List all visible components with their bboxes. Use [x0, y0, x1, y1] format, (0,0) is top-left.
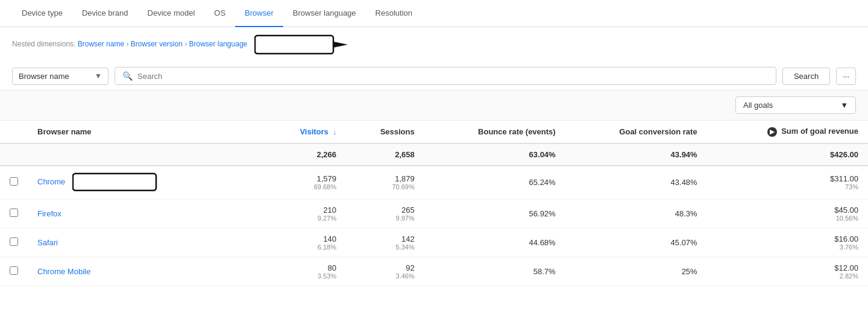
row-sum-goal-revenue-cell: $16.00 3.76% — [707, 228, 868, 257]
search-container: 🔍 — [115, 67, 776, 85]
tab-device-type[interactable]: Device type — [12, 0, 72, 27]
totals-sessions: 2,658 — [346, 143, 424, 166]
row-bounce-rate-cell: 58.7% — [424, 257, 565, 286]
dimension-select-label: Browser name — [19, 72, 69, 81]
goals-select[interactable]: All goals ▼ — [735, 96, 856, 114]
row-sessions-cell: 265 9.97% — [346, 199, 424, 228]
table-row: Chrome 1,579 69.68% 1,879 70.69% 65.24% — [0, 166, 868, 199]
row-checkbox[interactable] — [10, 266, 18, 275]
row-sessions-cell: 1,879 70.69% — [346, 166, 424, 199]
row-browser-name-cell: Firefox — [28, 199, 265, 228]
row-goal-conversion-cell: 48.3% — [565, 199, 707, 228]
row-browser-name-cell: Chrome — [28, 166, 265, 199]
tabs-bar: Device type Device brand Device model OS… — [0, 0, 868, 27]
tab-os[interactable]: OS — [204, 0, 235, 27]
table-row: Safari 140 6.18% 142 5.34% 44.68% 45.07%… — [0, 228, 868, 257]
svg-rect-2 — [73, 174, 156, 190]
data-table: Browser name Visitors ↓ Sessions Bounce … — [0, 121, 868, 286]
tab-device-brand[interactable]: Device brand — [72, 0, 138, 27]
browser-name-link[interactable]: Chrome Mobile — [37, 267, 90, 276]
th-checkbox — [0, 121, 28, 143]
row-bounce-rate-cell: 65.24% — [424, 166, 565, 199]
chrome-annotation-arrow — [72, 172, 181, 193]
sort-desc-icon: ↓ — [333, 128, 336, 136]
row-goal-conversion-cell: 45.07% — [565, 228, 707, 257]
row-sum-goal-revenue-cell: $311.00 73% — [707, 166, 868, 199]
tab-browser-language[interactable]: Browser language — [283, 0, 366, 27]
dimension-select[interactable]: Browser name ▼ — [12, 67, 108, 85]
th-sum-goal-revenue[interactable]: ▶ Sum of goal revenue — [707, 121, 868, 143]
breadcrumb-prefix: Nested dimensions: — [12, 40, 75, 48]
tab-browser[interactable]: Browser — [235, 0, 283, 27]
search-icon: 🔍 — [122, 71, 133, 81]
row-bounce-rate-cell: 56.92% — [424, 199, 565, 228]
breadcrumb-separator: › — [184, 40, 189, 48]
row-checkbox[interactable] — [10, 237, 18, 246]
row-bounce-rate-cell: 44.68% — [424, 228, 565, 257]
table-header-row: Browser name Visitors ↓ Sessions Bounce … — [0, 121, 868, 143]
th-bounce-rate[interactable]: Bounce rate (events) — [424, 121, 565, 143]
row-checkbox-cell — [0, 257, 28, 286]
svg-marker-1 — [333, 42, 348, 48]
svg-rect-0 — [255, 36, 333, 54]
annotation-arrow — [254, 33, 351, 56]
row-checkbox[interactable] — [10, 209, 18, 217]
row-browser-name-cell: Safari — [28, 228, 265, 257]
row-sum-goal-revenue-cell: $45.00 10.56% — [707, 199, 868, 228]
row-checkbox-cell — [0, 228, 28, 257]
goals-select-label: All goals — [743, 101, 773, 110]
totals-bounce-rate: 63.04% — [424, 143, 565, 166]
svg-marker-3 — [72, 180, 73, 186]
row-sessions-cell: 92 3.46% — [346, 257, 424, 286]
breadcrumb: Nested dimensions: Browser name › Browse… — [0, 27, 868, 62]
th-goal-conversion[interactable]: Goal conversion rate — [565, 121, 707, 143]
th-browser-name: Browser name — [28, 121, 265, 143]
browser-name-link[interactable]: Chrome — [37, 177, 65, 186]
row-visitors-cell: 140 6.18% — [265, 228, 346, 257]
search-input[interactable] — [137, 72, 769, 81]
table-row: Firefox 210 9.27% 265 9.97% 56.92% 48.3%… — [0, 199, 868, 228]
totals-goal-conversion: 43.94% — [565, 143, 707, 166]
toolbar: Browser name ▼ 🔍 Search ··· — [0, 62, 868, 90]
row-visitors-cell: 210 9.27% — [265, 199, 346, 228]
chevron-down-icon: ▼ — [840, 101, 848, 110]
breadcrumb-separator: › — [126, 40, 130, 48]
breadcrumb-item-3[interactable]: Browser language — [189, 40, 248, 48]
th-sessions[interactable]: Sessions — [346, 121, 424, 143]
browser-name-link[interactable]: Safari — [37, 238, 58, 247]
row-checkbox[interactable] — [10, 177, 18, 186]
row-visitors-cell: 1,579 69.68% — [265, 166, 346, 199]
row-sum-goal-revenue-cell: $12.00 2.82% — [707, 257, 868, 286]
breadcrumb-item-1[interactable]: Browser name — [78, 40, 124, 48]
breadcrumb-item-2[interactable]: Browser version — [131, 40, 183, 48]
goals-row: All goals ▼ — [0, 90, 868, 121]
totals-checkbox-cell — [0, 143, 28, 166]
table-section: All goals ▼ Browser name Visitors ↓ Sess… — [0, 90, 868, 286]
row-goal-conversion-cell: 25% — [565, 257, 707, 286]
search-button[interactable]: Search — [782, 67, 830, 85]
row-checkbox-cell — [0, 199, 28, 228]
th-visitors[interactable]: Visitors ↓ — [265, 121, 346, 143]
chevron-down-icon: ▼ — [95, 72, 102, 80]
totals-visitors: 2,266 — [265, 143, 346, 166]
totals-sum-goal-revenue: $426.00 — [707, 143, 868, 166]
browser-name-link[interactable]: Firefox — [37, 209, 61, 218]
more-options-button[interactable]: ··· — [836, 67, 856, 85]
row-browser-name-cell: Chrome Mobile — [28, 257, 265, 286]
row-goal-conversion-cell: 43.48% — [565, 166, 707, 199]
row-sessions-cell: 142 5.34% — [346, 228, 424, 257]
table-row: Chrome Mobile 80 3.53% 92 3.46% 58.7% 25… — [0, 257, 868, 286]
totals-row: 2,266 2,658 63.04% 43.94% $426.00 — [0, 143, 868, 166]
row-checkbox-cell — [0, 166, 28, 199]
tab-device-model[interactable]: Device model — [138, 0, 205, 27]
tab-resolution[interactable]: Resolution — [366, 0, 422, 27]
row-visitors-cell: 80 3.53% — [265, 257, 346, 286]
totals-name-cell — [28, 143, 265, 166]
info-icon: ▶ — [767, 127, 777, 137]
